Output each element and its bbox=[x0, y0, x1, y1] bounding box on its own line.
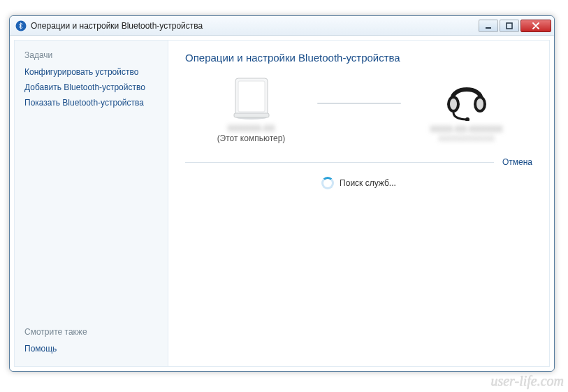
devices-row: XXXXXX-XX (Этот компьютер) bbox=[185, 73, 532, 143]
status-row: Поиск служб... bbox=[185, 177, 532, 189]
svg-point-10 bbox=[476, 99, 483, 110]
sidebar: Задачи Конфигурировать устройство Добави… bbox=[14, 40, 168, 367]
remote-device-name-blurred: XXXX-XX-XXXXXX bbox=[411, 124, 523, 134]
remote-device-sub-blurred: XXXXXXXXXXX bbox=[411, 134, 523, 143]
svg-rect-2 bbox=[507, 23, 512, 29]
bluetooth-settings-window: Операции и настройки Bluetooth-устройств… bbox=[9, 15, 555, 372]
svg-point-0 bbox=[16, 20, 27, 31]
sidebar-help-link[interactable]: Помощь bbox=[24, 344, 158, 354]
main-panel: Операции и настройки Bluetooth-устройств… bbox=[168, 40, 550, 367]
svg-rect-6 bbox=[234, 113, 269, 117]
sidebar-task-show-devices[interactable]: Показать Bluetooth-устройства bbox=[24, 98, 158, 108]
status-text: Поиск служб... bbox=[340, 178, 396, 188]
divider-line bbox=[185, 162, 494, 163]
local-computer-device: XXXXXX-XX (Этот компьютер) bbox=[196, 73, 307, 143]
sidebar-tasks-header: Задачи bbox=[24, 50, 158, 60]
svg-point-8 bbox=[450, 99, 457, 110]
divider-row: Отмена bbox=[185, 157, 532, 167]
sidebar-task-configure[interactable]: Конфигурировать устройство bbox=[24, 67, 158, 77]
headset-icon bbox=[411, 74, 523, 123]
page-heading: Операции и настройки Bluetooth-устройств… bbox=[185, 52, 532, 64]
local-device-caption: (Этот компьютер) bbox=[196, 133, 307, 143]
svg-rect-1 bbox=[486, 27, 491, 29]
local-device-name-blurred: XXXXXX-XX bbox=[196, 124, 307, 133]
bluetooth-icon bbox=[15, 20, 27, 31]
remote-headset-device: XXXX-XX-XXXXXX XXXXXXXXXXX bbox=[411, 74, 523, 143]
window-title: Операции и настройки Bluetooth-устройств… bbox=[31, 21, 479, 31]
sidebar-task-add-device[interactable]: Добавить Bluetooth-устройство bbox=[24, 82, 158, 92]
watermark: user-life.com bbox=[490, 373, 564, 389]
computer-icon bbox=[196, 73, 307, 122]
sidebar-see-also-header: Смотрите также bbox=[24, 327, 158, 337]
spinner-icon bbox=[321, 177, 334, 189]
titlebar[interactable]: Операции и настройки Bluetooth-устройств… bbox=[10, 16, 554, 36]
svg-rect-4 bbox=[238, 81, 265, 112]
window-controls bbox=[479, 20, 551, 32]
svg-point-11 bbox=[465, 117, 469, 121]
connection-line bbox=[317, 103, 401, 104]
close-button[interactable] bbox=[520, 20, 551, 32]
minimize-button[interactable] bbox=[479, 20, 498, 32]
cancel-link[interactable]: Отмена bbox=[502, 157, 532, 167]
maximize-button[interactable] bbox=[500, 20, 519, 32]
